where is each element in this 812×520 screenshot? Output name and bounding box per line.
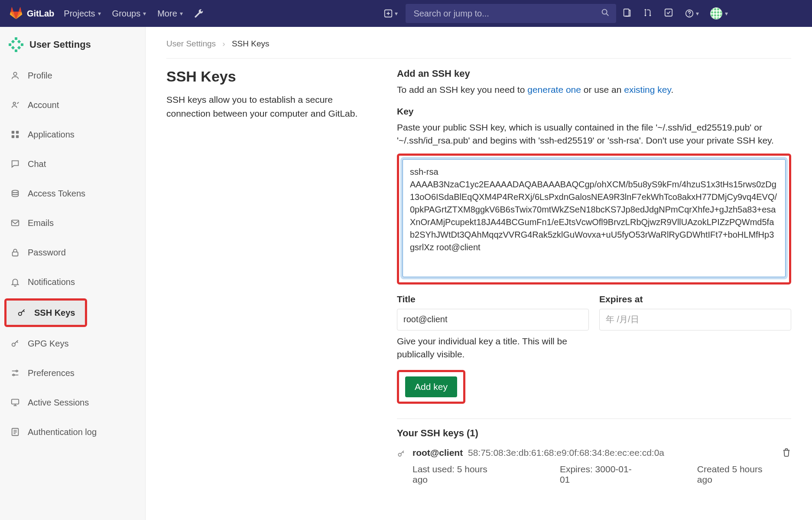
key-label: Key: [397, 106, 791, 117]
existing-key-link[interactable]: existing key: [624, 85, 671, 95]
svg-rect-10: [21, 43, 23, 46]
menu-groups[interactable]: Groups▾: [112, 9, 146, 19]
sidebar-item-gpg-keys[interactable]: GPG Keys: [0, 329, 145, 358]
svg-rect-15: [17, 46, 21, 49]
svg-point-22: [12, 190, 19, 193]
svg-point-28: [13, 374, 15, 376]
menu-more-label: More: [157, 9, 177, 19]
top-nav: GitLab Projects▾ Groups▾ More▾ ▾ ▾ ▾: [0, 0, 812, 27]
intro-panel: SSH Keys SSH keys allow you to establish…: [166, 68, 374, 485]
page-description: SSH keys allow you to establish a secure…: [166, 93, 374, 120]
sidebar-label: Preferences: [28, 368, 75, 378]
breadcrumb-current: SSH Keys: [232, 39, 270, 48]
lead-text: or use an: [581, 85, 624, 95]
chevron-down-icon: ▾: [696, 10, 699, 17]
sidebar-label: SSH Keys: [34, 308, 75, 318]
user-avatar-icon: [710, 7, 722, 20]
profile-icon: [10, 71, 21, 80]
search-input[interactable]: [412, 8, 601, 19]
menu-projects[interactable]: Projects▾: [64, 9, 101, 19]
svg-rect-18: [12, 131, 14, 134]
sidebar-item-emails[interactable]: Emails: [0, 208, 145, 238]
sidebar-item-ssh-keys[interactable]: SSH Keys: [6, 301, 85, 325]
ssh-key-list: Your SSH keys (1) root@client 58:75:08:3…: [397, 428, 791, 485]
sidebar-label: GPG Keys: [28, 339, 68, 349]
svg-point-26: [12, 343, 15, 346]
svg-point-17: [13, 102, 16, 105]
svg-point-3: [645, 9, 646, 11]
help-dropdown[interactable]: ▾: [685, 9, 699, 18]
svg-rect-14: [11, 46, 15, 49]
gitlab-logo-icon[interactable]: [10, 7, 23, 20]
sidebar-label: Access Tokens: [28, 189, 85, 199]
sidebar-item-profile[interactable]: Profile: [0, 61, 145, 90]
add-key-button[interactable]: Add key: [405, 376, 457, 397]
new-dropdown[interactable]: ▾: [383, 9, 398, 18]
svg-rect-11: [15, 49, 17, 52]
svg-point-1: [602, 10, 607, 14]
generate-key-link[interactable]: generate one: [527, 85, 581, 95]
issues-icon[interactable]: [622, 8, 632, 19]
key-icon: [10, 339, 21, 348]
expires-label: Expires at: [599, 294, 791, 304]
title-input[interactable]: [397, 309, 589, 330]
svg-rect-24: [13, 252, 18, 256]
global-search[interactable]: [406, 4, 616, 23]
sidebar-item-access-tokens[interactable]: Access Tokens: [0, 179, 145, 208]
chevron-down-icon: ▾: [180, 10, 183, 17]
svg-point-16: [13, 72, 16, 75]
sidebar-item-notifications[interactable]: Notifications: [0, 267, 145, 297]
key-icon: [16, 308, 27, 317]
chevron-right-icon: ›: [222, 39, 225, 48]
search-icon[interactable]: [601, 8, 610, 19]
sidebar-item-applications[interactable]: Applications: [0, 120, 145, 149]
key-name-link[interactable]: root@client: [412, 448, 463, 458]
applications-icon: [10, 130, 21, 139]
delete-key-button[interactable]: [782, 448, 791, 459]
monitor-icon: [10, 398, 21, 407]
token-icon: [10, 189, 21, 198]
key-icon: [397, 449, 406, 460]
sidebar-label: Emails: [28, 218, 54, 228]
chevron-down-icon: ▾: [725, 10, 728, 17]
sidebar-item-auth-log[interactable]: Authentication log: [0, 417, 145, 447]
account-icon: [10, 100, 21, 110]
settings-sidebar: User Settings Profile Account Applicatio…: [0, 27, 146, 520]
svg-point-5: [650, 15, 651, 16]
lock-icon: [10, 248, 21, 257]
sidebar-item-active-sessions[interactable]: Active Sessions: [0, 388, 145, 417]
chat-icon: [10, 159, 21, 169]
ssh-key-textarea[interactable]: [403, 159, 786, 277]
sidebar-label: Chat: [28, 159, 46, 169]
user-menu[interactable]: ▾: [710, 7, 728, 20]
key-textarea-highlight: [397, 154, 791, 285]
key-hint: Paste your public SSH key, which is usua…: [397, 121, 791, 147]
svg-point-27: [16, 370, 18, 372]
sidebar-item-account[interactable]: Account: [0, 90, 145, 120]
admin-wrench-icon[interactable]: [194, 9, 204, 18]
menu-more[interactable]: More▾: [157, 9, 183, 19]
key-expires: Expires: 3000-01-01: [560, 464, 637, 485]
breadcrumb-parent[interactable]: User Settings: [166, 39, 216, 48]
chevron-down-icon: ▾: [395, 10, 398, 17]
sidebar-label: Active Sessions: [28, 398, 89, 408]
log-icon: [10, 427, 21, 437]
brand-name[interactable]: GitLab: [27, 9, 54, 19]
chevron-down-icon: ▾: [143, 10, 146, 17]
svg-rect-2: [624, 9, 629, 16]
merge-requests-icon[interactable]: [643, 8, 653, 19]
svg-point-25: [19, 312, 22, 315]
sidebar-item-preferences[interactable]: Preferences: [0, 358, 145, 388]
sidebar-item-chat[interactable]: Chat: [0, 149, 145, 179]
sidebar-title: User Settings: [29, 39, 91, 50]
svg-rect-12: [11, 40, 15, 43]
expires-input[interactable]: [599, 309, 791, 330]
sidebar-item-password[interactable]: Password: [0, 238, 145, 267]
svg-rect-23: [12, 220, 19, 226]
email-icon: [10, 218, 21, 228]
title-label: Title: [397, 294, 589, 304]
sidebar-label: Authentication log: [28, 427, 97, 437]
svg-point-4: [645, 15, 646, 16]
lead-text: .: [671, 85, 673, 95]
todos-icon[interactable]: [664, 8, 673, 19]
